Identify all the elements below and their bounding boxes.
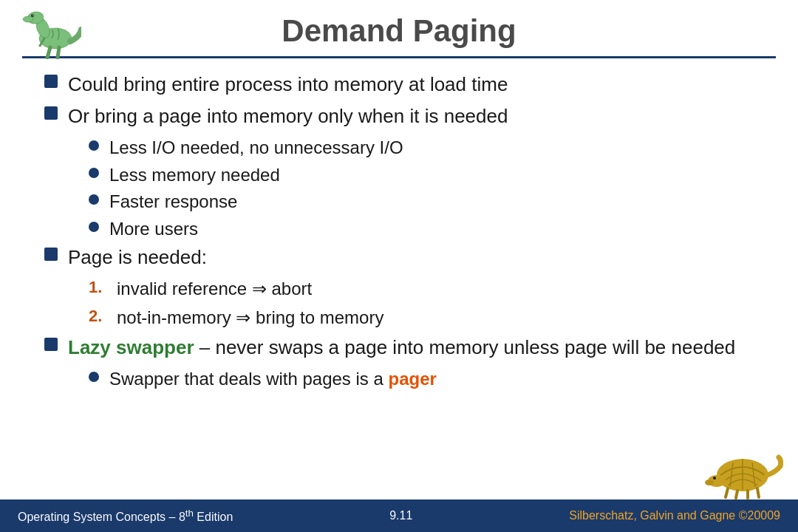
sub-bullet-3: Faster response bbox=[89, 189, 754, 214]
sub-bullet-text-1: Less I/O needed, no unnecessary I/O bbox=[109, 135, 403, 160]
bullet-text-1: Could bring entire process into memory a… bbox=[68, 72, 508, 98]
svg-point-14 bbox=[705, 480, 714, 485]
pager-text-start: Swapper that deals with pages is a bbox=[109, 369, 389, 389]
bullet-text-3: Page is needed: bbox=[68, 245, 207, 270]
numbered-text-1b: abort bbox=[271, 279, 312, 299]
bullet-circle-icon-2 bbox=[89, 168, 99, 178]
svg-line-19 bbox=[757, 488, 759, 497]
number-label-1: 1. bbox=[89, 276, 109, 299]
sub-bullet-5: Swapper that deals with pages is a pager bbox=[89, 366, 754, 392]
bullet-item-2: Or bring a page into memory only when it… bbox=[44, 103, 754, 129]
bullet-item-4: Lazy swapper – never swaps a page into m… bbox=[44, 335, 754, 361]
numbered-text-1: invalid reference ⇒ abort bbox=[117, 276, 312, 301]
svg-line-17 bbox=[736, 491, 737, 498]
bullet-item-1: Could bring entire process into memory a… bbox=[44, 72, 754, 98]
numbered-text-1a: invalid reference bbox=[117, 279, 247, 299]
arrow-1: ⇒ bbox=[252, 279, 267, 299]
sub-bullet-text-4: More users bbox=[109, 216, 198, 242]
bullet-square-icon bbox=[44, 75, 58, 88]
bullet-text-2: Or bring a page into memory only when it… bbox=[68, 103, 508, 129]
footer-edition-text: Operating System Concepts – 8 bbox=[18, 511, 185, 523]
slide-title: Demand Paging bbox=[282, 13, 516, 49]
sub-bullet-4: More users bbox=[89, 216, 754, 242]
lazy-swapper-highlight: Lazy swapper bbox=[68, 336, 194, 358]
slide-content: Could bring entire process into memory a… bbox=[0, 58, 798, 402]
sub-list-1: Less I/O needed, no unnecessary I/O Less… bbox=[89, 135, 754, 241]
numbered-item-2: 2. not-in-memory ⇒ bring to memory bbox=[89, 305, 754, 330]
arrow-2: ⇒ bbox=[236, 307, 250, 327]
footer-edition-sup: th bbox=[185, 508, 194, 519]
bullet-circle-icon bbox=[89, 140, 99, 151]
numbered-list: 1. invalid reference ⇒ abort 2. not-in-m… bbox=[89, 276, 754, 330]
footer-edition-text2: Edition bbox=[194, 511, 233, 523]
bullet-text-4-rest: – never swaps a page into memory unless … bbox=[194, 336, 736, 358]
sub-bullet-text-5: Swapper that deals with pages is a pager bbox=[109, 366, 437, 392]
bullet-item-3: Page is needed: bbox=[44, 245, 754, 270]
svg-line-16 bbox=[726, 488, 728, 497]
bullet-square-icon-3 bbox=[44, 248, 58, 261]
svg-point-15 bbox=[713, 477, 716, 480]
numbered-text-2: not-in-memory ⇒ bring to memory bbox=[117, 305, 383, 330]
numbered-item-1: 1. invalid reference ⇒ abort bbox=[89, 276, 754, 301]
pager-highlight: pager bbox=[389, 369, 437, 389]
sub-bullet-1: Less I/O needed, no unnecessary I/O bbox=[89, 135, 754, 160]
footer-copyright: Silberschatz, Galvin and Gagne ©20009 bbox=[569, 509, 780, 522]
bullet-circle-icon-5 bbox=[89, 372, 99, 382]
bullet-square-icon-2 bbox=[44, 106, 58, 120]
slide: Demand Paging Could bring entire process… bbox=[0, 0, 798, 532]
bullet-circle-icon-4 bbox=[89, 222, 99, 232]
dino-bottom-right-icon bbox=[702, 444, 783, 499]
bullet-square-icon-4 bbox=[44, 338, 58, 351]
number-label-2: 2. bbox=[89, 305, 109, 328]
sub-bullet-text-3: Faster response bbox=[109, 189, 237, 214]
slide-footer: Operating System Concepts – 8th Edition … bbox=[0, 499, 798, 532]
sub-bullet-text-2: Less memory needed bbox=[109, 163, 280, 188]
sub-bullet-2: Less memory needed bbox=[89, 163, 754, 188]
footer-page: 9.11 bbox=[389, 509, 412, 522]
bullet-text-4: Lazy swapper – never swaps a page into m… bbox=[68, 335, 735, 361]
slide-header: Demand Paging bbox=[0, 0, 798, 56]
sub-list-2: Swapper that deals with pages is a pager bbox=[89, 366, 754, 392]
numbered-text-2b: bring to memory bbox=[256, 307, 383, 327]
numbered-text-2a: not-in-memory bbox=[117, 307, 231, 327]
bullet-circle-icon-3 bbox=[89, 194, 99, 205]
footer-edition: Operating System Concepts – 8th Edition bbox=[18, 508, 233, 524]
